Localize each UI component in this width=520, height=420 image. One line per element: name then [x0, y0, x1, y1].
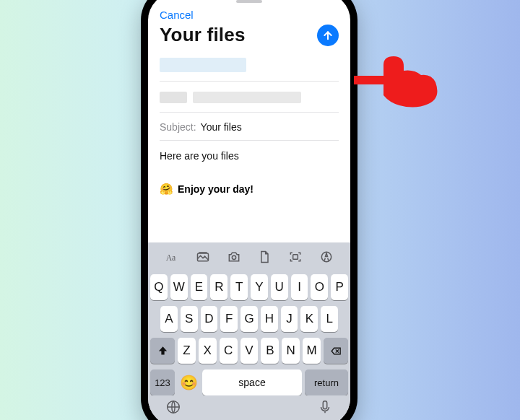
keyboard-footer: [148, 395, 350, 420]
key-o[interactable]: O: [311, 274, 328, 300]
key-h[interactable]: H: [261, 306, 278, 332]
key-s[interactable]: S: [181, 306, 198, 332]
key-i[interactable]: I: [291, 274, 308, 300]
key-n[interactable]: N: [282, 338, 300, 364]
signature-emoji: 🤗: [160, 183, 173, 196]
key-t[interactable]: T: [230, 274, 248, 300]
key-q[interactable]: Q: [150, 274, 168, 300]
scan-icon[interactable]: [287, 249, 303, 265]
key-c[interactable]: C: [220, 338, 238, 364]
key-r[interactable]: R: [210, 274, 228, 300]
svg-rect-4: [293, 255, 298, 260]
keyboard-row-1: Q W E R T Y U I O P: [150, 274, 348, 300]
key-k[interactable]: K: [300, 306, 318, 332]
key-v[interactable]: V: [240, 338, 259, 364]
from-redacted-b: [193, 92, 301, 103]
signature-text: Enjoy your day!: [178, 183, 254, 195]
key-123[interactable]: 123: [150, 369, 175, 395]
phone-frame: Cancel Your files Subject: Yo: [141, 0, 358, 420]
subject-value: Your files: [201, 121, 242, 133]
key-w[interactable]: W: [170, 274, 188, 300]
key-f[interactable]: F: [220, 306, 238, 332]
shift-icon: [157, 345, 169, 357]
key-a[interactable]: A: [160, 306, 178, 332]
key-e[interactable]: E: [191, 274, 208, 300]
svg-point-3: [232, 255, 235, 259]
svg-rect-2: [199, 252, 207, 253]
key-return[interactable]: return: [305, 369, 348, 395]
from-redacted-a: [160, 92, 187, 103]
markup-icon[interactable]: [318, 249, 334, 265]
key-u[interactable]: U: [271, 274, 288, 300]
camera-icon[interactable]: [226, 249, 242, 265]
body-text[interactable]: Here are you files: [160, 141, 339, 172]
key-emoji[interactable]: 😊: [178, 369, 199, 395]
subject-label: Subject:: [160, 121, 196, 133]
subject-field[interactable]: Subject: Your files: [160, 113, 339, 141]
signature-line[interactable]: 🤗 Enjoy your day!: [160, 183, 339, 196]
send-button[interactable]: [317, 25, 339, 46]
key-backspace[interactable]: [324, 338, 348, 364]
key-b[interactable]: B: [261, 338, 279, 364]
compose-title: Your files: [160, 24, 246, 46]
backspace-icon: [330, 345, 342, 357]
compose-area[interactable]: Subject: Your files Here are you files 🤗…: [148, 53, 350, 242]
text-format-icon[interactable]: Aa: [164, 249, 180, 265]
keyboard: Q W E R T Y U I O P A S D F G H J K L: [148, 271, 350, 395]
key-y[interactable]: Y: [251, 274, 268, 300]
annotation-pointer-hand: [350, 51, 444, 108]
mic-icon[interactable]: [317, 399, 333, 418]
globe-icon[interactable]: [165, 399, 181, 418]
cancel-button[interactable]: Cancel: [160, 9, 194, 21]
screen: Cancel Your files Subject: Yo: [148, 0, 350, 420]
keyboard-row-3: Z X C V B N M: [150, 338, 348, 364]
key-p[interactable]: P: [331, 274, 348, 300]
keyboard-accessory-bar: Aa: [148, 242, 350, 271]
key-z[interactable]: Z: [178, 338, 196, 364]
key-space[interactable]: space: [202, 369, 302, 395]
key-m[interactable]: M: [303, 338, 321, 364]
to-field[interactable]: [160, 58, 339, 72]
to-redacted: [160, 58, 246, 72]
key-d[interactable]: D: [201, 306, 218, 332]
key-l[interactable]: L: [321, 306, 338, 332]
photos-icon[interactable]: [195, 249, 211, 265]
keyboard-row-4: 123 😊 space return: [150, 369, 348, 395]
from-field[interactable]: [160, 92, 339, 103]
key-x[interactable]: X: [199, 338, 217, 364]
keyboard-row-2: A S D F G H J K L: [150, 306, 348, 332]
key-j[interactable]: J: [281, 306, 298, 332]
svg-text:Aa: Aa: [166, 253, 176, 263]
arrow-up-icon: [322, 30, 334, 41]
svg-rect-7: [323, 401, 327, 409]
document-icon[interactable]: [256, 249, 272, 265]
key-g[interactable]: G: [240, 306, 258, 332]
key-shift[interactable]: [150, 338, 175, 364]
